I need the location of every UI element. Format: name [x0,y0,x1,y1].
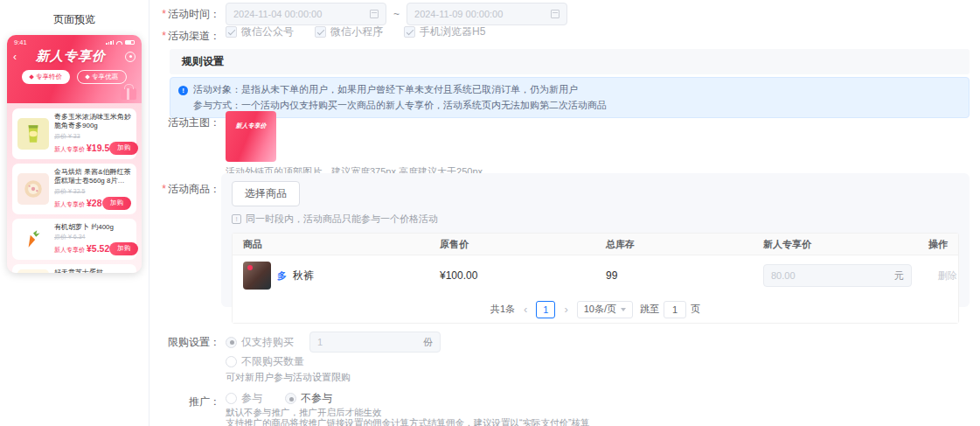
product-image-carrot [17,223,49,255]
purchase-limit-hint: 可对新用户参与活动设置限购 [226,371,351,384]
page-size-select[interactable]: 10条/页 [577,301,633,318]
channel-checkbox-h5: 手机浏览器H5 [404,24,485,39]
goods-hint: ! 同一时段内，活动商品只能参与一个价格活动 [232,213,959,226]
main-image-row: 活动主图： 新人专享价 [156,110,980,162]
pagination-total: 共1条 [490,303,515,316]
preview-product-card: 奇多玉米浓汤味玉米角妙脆角奇多900g 原价 ¥ 33 新人专享价 ¥19.5 … [12,108,136,159]
preview-product-card: 好天意芝士蛋挞 原价 ¥ 30.8 新人专享价 ¥28.4 加购 [12,264,136,273]
select-goods-button[interactable]: 选择商品 [232,181,300,206]
add-to-cart-button: 加购 [109,142,138,155]
prev-page-button[interactable]: ‹ [522,303,529,316]
purchase-limit-label: 限购设置： [156,331,220,350]
tab-special-price: 专享特价 [22,70,70,84]
limit-option-fixed: 仅支持购买 [241,335,294,350]
add-to-cart-button: 加购 [109,242,138,255]
start-date-field: 2024-11-04 00:00:00 [226,3,386,25]
tab-special-offer: 专享优惠 [77,70,127,84]
banner-tabs: 专享特价 专享优惠 [7,70,142,84]
promotion-label: 推广： [156,390,220,409]
col-action: 操作 [902,238,948,251]
goods-table: 商品 原售价 总库存 新人专享价 操作 多 秋裤 ¥100.00 99 元 删除 [232,233,959,324]
page-jump: 跳至 页 [640,301,700,318]
col-new-price: 新人专享价 [763,238,902,251]
current-page[interactable]: 1 [536,301,555,318]
preview-title: 页面预览 [0,0,149,27]
activity-channel-label: *活动渠道： [156,24,220,44]
phone-status-bar: 9:41 [7,38,142,46]
product-title: 有机胡萝卜 约400g [54,223,131,232]
promotion-option-no-join: 不参与 [301,391,332,406]
preview-product-card: 有机胡萝卜 约400g 原价 ¥ 6.34 新人专享价 ¥5.52 加购 [12,219,136,260]
product-orig-price: 原价 ¥ 33 [54,132,131,141]
capsule-icon [125,52,136,62]
limit-unit: 份 [423,336,433,349]
checkbox-checked-icon [404,26,415,38]
preview-sidebar: 页面预览 9:41 ‹ 新人专享价 专享特价 专享优惠 [0,0,149,426]
phone-preview: 9:41 ‹ 新人专享价 专享特价 专享优惠 [7,35,142,273]
limit-option-unlimited: 不限购买数量 [241,354,304,369]
activity-form: *活动时间： 2024-11-04 00:00:00 ~ 2024-11-09 … [156,0,980,426]
banner-title: 新人专享价 [36,48,106,65]
status-time: 9:41 [14,38,27,46]
signal-icon [106,40,114,45]
checkbox-checked-icon [315,26,326,38]
channel-checkbox-mini-program: 微信小程序 [315,24,383,39]
rules-section-header: 规则设置 [170,49,970,74]
status-icons [106,40,135,45]
row-product-name: 秋裤 [293,269,314,283]
product-title: 好天意芝士蛋挞 [54,269,131,273]
product-image-cake-roll [17,173,49,205]
goods-label: *活动商品： [156,173,220,197]
new-price-input [771,270,889,281]
goods-table-header: 商品 原售价 总库存 新人专享价 操作 [233,234,958,255]
gift-decoration [121,88,136,100]
product-orig-price: 原价 ¥ 32.5 [54,187,131,196]
next-page-button[interactable]: › [562,303,569,316]
promotion-hint-2: 支持推广的商品将按推广链接设置的佣金计算方式结算佣金，建议设置以“实际支付价”核… [226,417,590,426]
activity-channel-row: *活动渠道： 微信公众号 微信小程序 手机浏览器H5 [156,24,980,44]
back-chevron-icon: ‹ [13,52,17,62]
col-orig-price: 原售价 [440,238,606,251]
calendar-icon [370,10,379,18]
product-image-tart [17,269,49,273]
delete-link: 删除 [912,269,957,283]
pagination: 共1条 ‹ 1 › 10条/页 跳至 页 [233,296,958,323]
end-date-field: 2024-11-09 00:00:00 [407,3,567,25]
wifi-icon [116,41,122,45]
product-new-price: 新人专享价 ¥5.52 [54,243,109,255]
channel-checkbox-wechat-official: 微信公众号 [226,24,294,39]
product-new-price: 新人专享价 ¥28 [54,198,101,209]
new-price-field: 元 [763,264,912,287]
goods-panel: 选择商品 ! 同一时段内，活动商品只能参与一个价格活动 商品 原售价 总库存 新… [221,173,970,307]
product-orig-price: 原价 ¥ 6.34 [54,233,131,241]
row-orig-price: ¥100.00 [440,269,606,282]
notice-icon: ! [232,214,241,224]
goods-table-row: 多 秋裤 ¥100.00 99 元 删除 [233,255,958,296]
info-icon: ! [178,86,188,95]
preview-product-card: 金马烘焙 果酱&伯爵红茶蛋糕瑞士卷560g 8片果酱&伯爵红茶 原价 ¥ 32.… [12,164,136,214]
radio-unselected-icon [226,393,237,404]
radio-selected-icon [226,337,237,348]
product-title: 奇多玉米浓汤味玉米角妙脆角奇多900g [54,113,131,131]
limit-quantity-input [317,337,418,347]
price-unit: 元 [894,269,904,283]
phone-nav: ‹ 新人专享价 [7,46,142,65]
main-image-label: 活动主图： [156,110,220,130]
purchase-limit-row-2: 不限购买数量 [156,353,980,369]
preview-product-list: 奇多玉米浓汤味玉米角妙脆角奇多900g 原价 ¥ 33 新人专享价 ¥19.5 … [7,103,142,273]
phone-banner: 9:41 ‹ 新人专享价 专享特价 专享优惠 [7,35,142,103]
chevron-down-icon [621,308,626,311]
alert-line-1: 活动对象：是指从未下单的用户，如果用户曾经下单未支付且系统已取消订单，仍为新用户 [193,82,960,98]
product-title: 金马烘焙 果酱&伯爵红茶蛋糕瑞士卷560g 8片果酱&伯爵红茶 [54,168,131,186]
page-jump-input[interactable] [664,301,686,318]
purchase-limit-row: 限购设置： 仅支持购买 份 [156,331,980,353]
col-stock: 总库存 [606,238,763,251]
battery-icon [125,40,135,45]
radio-selected-icon [285,393,296,404]
promotion-option-join: 参与 [241,391,262,406]
col-product: 商品 [243,238,440,251]
row-product-image [243,262,271,290]
multi-spec-tag: 多 [277,269,287,283]
radio-unselected-icon [226,356,237,367]
date-separator: ~ [393,8,400,20]
